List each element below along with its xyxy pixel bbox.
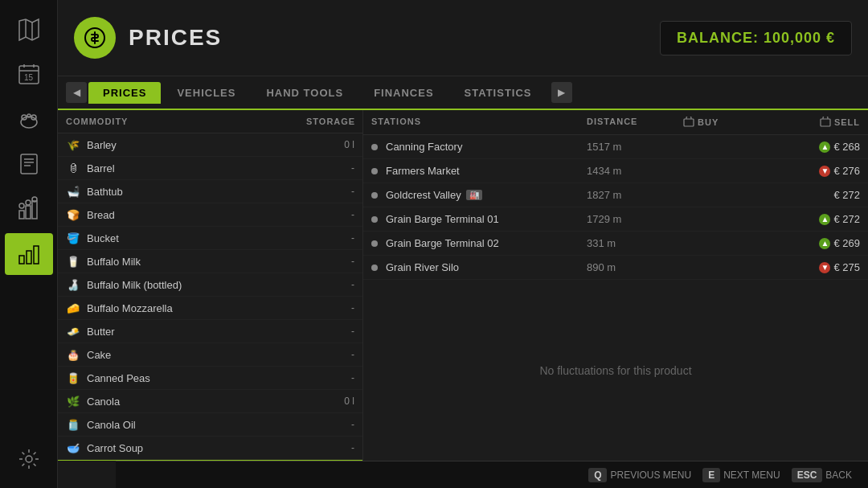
station-row[interactable]: Grain River Silo 890 m ▼€ 275	[363, 256, 868, 280]
sidebar-item-calendar[interactable]: 15	[5, 53, 53, 95]
commodity-row[interactable]: 🫙 Canola Oil -	[58, 413, 362, 437]
sidebar-item-contracts[interactable]	[5, 143, 53, 185]
commodity-row[interactable]: 🎂 Cake -	[58, 343, 362, 367]
sidebar-item-settings[interactable]	[5, 438, 53, 480]
commodity-row[interactable]: 🌾 Barley 0 l	[58, 133, 362, 157]
sidebar-item-animals[interactable]	[5, 98, 53, 140]
station-row[interactable]: Canning Factory 1517 m ▲€ 268	[363, 135, 868, 159]
commodity-name: Buffalo Milk (bottled)	[87, 279, 314, 291]
commodity-row[interactable]: 🥣 Carrot Soup -	[58, 437, 362, 460]
sidebar-item-map[interactable]	[5, 8, 53, 50]
station-row[interactable]: Goldcrest Valley 🏭 1827 m € 272	[363, 183, 868, 207]
commodity-row[interactable]: 🪣 Bucket -	[58, 227, 362, 250]
sell-price: € 275	[833, 261, 860, 273]
svg-rect-13	[19, 256, 24, 264]
header: PRICES BALANCE: 100,000 €	[58, 0, 868, 76]
commodity-name: Canola	[87, 396, 314, 408]
col-buy: BUY	[683, 117, 772, 128]
price-indicator-green: ▲	[819, 141, 830, 153]
sell-price: € 276	[833, 165, 860, 177]
commodity-icon: 🥣	[66, 441, 80, 455]
commodity-icon: 🧈	[66, 324, 80, 338]
svg-rect-19	[821, 119, 830, 126]
commodity-icon: 🛢	[66, 161, 80, 175]
commodity-storage: -	[314, 232, 354, 244]
col-distance: DISTANCE	[587, 117, 683, 128]
commodity-row[interactable]: 🍶 Buffalo Milk (bottled) -	[58, 273, 362, 297]
commodity-row[interactable]: 🍞 Bread -	[58, 203, 362, 227]
commodity-icon: 🌿	[66, 394, 80, 408]
commodity-row[interactable]: 🛁 Bathtub -	[58, 180, 362, 203]
station-distance: 1434 m	[587, 165, 683, 177]
esc-key: ESC	[792, 468, 823, 482]
commodity-icon: 🍶	[66, 277, 80, 292]
nav-tabs: ◀ PRICES VEHICLES HAND TOOLS FINANCES ST…	[58, 76, 868, 110]
tab-vehicles[interactable]: VEHICLES	[162, 82, 250, 104]
next-menu-label: NEXT MENU	[723, 470, 780, 481]
price-indicator-red: ▼	[819, 166, 830, 177]
sidebar-item-stats[interactable]	[5, 233, 53, 275]
commodity-name: Buffalo Mozzarella	[87, 302, 314, 314]
commodity-row[interactable]: 🛢 Barrel -	[58, 157, 362, 180]
no-fluctuations: No fluctuations for this product	[363, 280, 868, 461]
commodity-row[interactable]: 🧀 Buffalo Mozzarella -	[58, 297, 362, 320]
nav-arrow-left[interactable]: ◀	[66, 82, 87, 103]
tab-statistics[interactable]: STATISTICS	[450, 82, 547, 104]
commodity-row[interactable]: 🥛 Buffalo Milk -	[58, 250, 362, 273]
station-name: Grain Barge Terminal 01	[386, 213, 587, 225]
station-dot	[371, 144, 378, 150]
content-area: COMMODITY STORAGE 🌾 Barley 0 l 🛢 Barrel …	[58, 110, 868, 461]
tab-finances[interactable]: FINANCES	[359, 82, 448, 104]
station-row[interactable]: Grain Barge Terminal 01 1729 m ▲€ 272	[363, 207, 868, 232]
tab-prices[interactable]: PRICES	[88, 82, 161, 104]
nav-arrow-right[interactable]: ▶	[551, 82, 572, 103]
page-title: PRICES	[129, 25, 222, 51]
station-list: Canning Factory 1517 m ▲€ 268 Farmers Ma…	[363, 135, 868, 280]
col-commodity: COMMODITY	[66, 117, 306, 126]
sell-price: € 269	[833, 237, 860, 249]
commodity-storage: -	[314, 209, 354, 220]
commodity-row[interactable]: 🌿 Canola 0 l	[58, 390, 362, 413]
price-indicator-red: ▼	[819, 262, 830, 273]
commodity-name: Carrot Soup	[87, 442, 314, 454]
commodity-name: Buffalo Milk	[87, 256, 314, 268]
commodity-icon: 🍞	[66, 207, 80, 222]
commodity-storage: -	[314, 349, 354, 360]
station-name: Farmers Market	[386, 165, 587, 177]
commodity-name: Bread	[87, 209, 314, 221]
balance-value: 100,000 €	[764, 30, 835, 46]
col-storage: STORAGE	[306, 117, 354, 126]
commodity-icon: 🧀	[66, 301, 80, 315]
commodity-row[interactable]: 🥫 Canned Peas -	[58, 367, 362, 390]
commodity-row[interactable]: 🧈 Butter -	[58, 320, 362, 343]
station-dot	[371, 265, 378, 271]
svg-rect-7	[19, 211, 24, 219]
svg-rect-9	[32, 201, 37, 219]
commodity-name: Cake	[87, 349, 314, 361]
station-distance: 1729 m	[587, 213, 683, 225]
station-distance: 331 m	[587, 237, 683, 249]
balance-label: BALANCE:	[677, 30, 759, 46]
station-row[interactable]: Farmers Market 1434 m ▼€ 276	[363, 159, 868, 183]
svg-rect-8	[26, 206, 31, 219]
svg-rect-15	[34, 246, 39, 264]
col-sell: SELL	[772, 117, 860, 128]
station-sell: ▲€ 268	[772, 141, 860, 153]
commodity-name: Canola Oil	[87, 419, 314, 431]
svg-rect-14	[27, 251, 31, 264]
commodity-name: Bathtub	[87, 186, 314, 198]
commodity-name: Bucket	[87, 232, 314, 244]
svg-point-11	[26, 200, 31, 205]
svg-point-10	[19, 203, 24, 208]
e-key: E	[702, 468, 720, 482]
commodity-name: Barley	[87, 139, 314, 151]
commodity-storage: -	[314, 256, 354, 267]
station-dot	[371, 168, 378, 174]
station-row[interactable]: Grain Barge Terminal 02 331 m ▲€ 269	[363, 232, 868, 256]
station-distance: 890 m	[587, 261, 683, 273]
sidebar-item-production[interactable]	[5, 188, 53, 230]
tab-hand-tools[interactable]: HAND TOOLS	[252, 82, 358, 104]
commodity-list[interactable]: 🌾 Barley 0 l 🛢 Barrel - 🛁 Bathtub - 🍞 Br…	[58, 133, 362, 461]
prices-icon	[74, 17, 116, 59]
commodity-icon: 🥫	[66, 371, 80, 385]
